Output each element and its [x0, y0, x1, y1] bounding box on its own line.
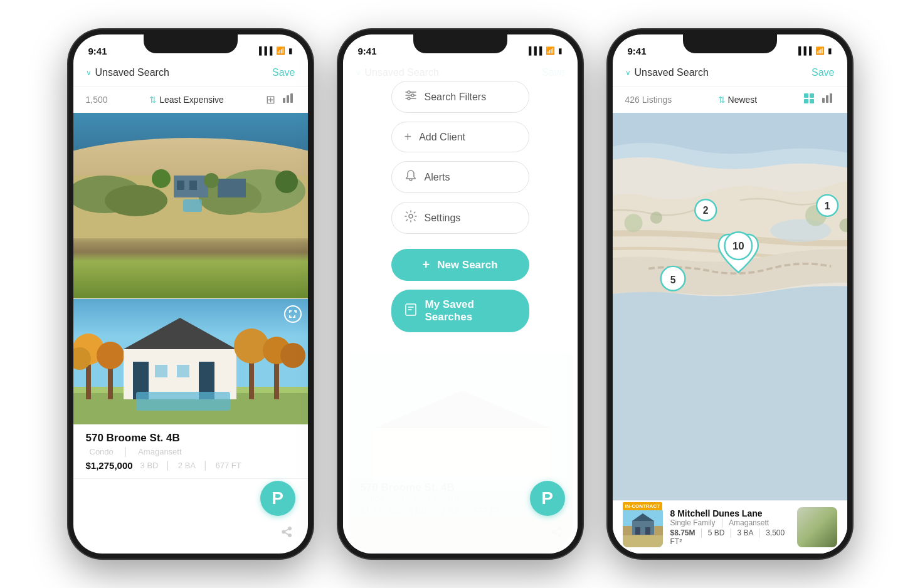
search-filters-label: Search Filters [425, 92, 487, 103]
status-icons-3: ▐▐▐ 📶 ▮ [796, 46, 832, 55]
search-title-3: Unsaved Search [635, 67, 709, 78]
svg-rect-14 [189, 181, 197, 190]
header-3: ∨ Unsaved Search Save [613, 62, 847, 87]
listing-price-3: $8.75M │ 5 BD │ 3 BA │ 3,500 FT² [670, 528, 790, 546]
agent-avatar-2[interactable]: P [530, 481, 565, 516]
notch-3 [683, 34, 777, 53]
expand-icon[interactable] [284, 305, 302, 323]
sliders-icon [404, 89, 417, 105]
battery-icon: ▮ [288, 46, 293, 55]
save-button-1[interactable]: Save [272, 67, 295, 78]
gear-icon [404, 210, 417, 226]
battery-icon-3: ▮ [828, 46, 832, 55]
sort-icon-1: ⇅ [149, 95, 157, 105]
svg-rect-56 [810, 99, 814, 103]
listing-thumb-container: IN-CONTRACT [623, 507, 663, 547]
phone-2: 9:41 ▐▐▐ 📶 ▮ ∨ Unsaved Search Save [338, 29, 583, 559]
listing-thumb-3 [623, 507, 663, 547]
saved-searches-button[interactable]: My Saved Searches [391, 290, 529, 332]
sort-button-3[interactable]: ⇅ Newest [718, 95, 758, 105]
save-button-3[interactable]: Save [812, 67, 834, 78]
svg-point-9 [105, 185, 167, 216]
bookmark-icon-primary [404, 303, 418, 320]
listing-name-3: 8 Mitchell Dunes Lane [670, 508, 790, 518]
chart-icon-1[interactable] [283, 93, 295, 107]
svg-rect-59 [830, 93, 832, 103]
svg-rect-58 [826, 95, 828, 103]
battery-icon-2: ▮ [558, 46, 563, 55]
status-icons-2: ▐▐▐ 📶 ▮ [526, 46, 563, 55]
svg-rect-2 [290, 93, 293, 103]
svg-point-27 [97, 342, 124, 369]
add-client-label: Add Client [419, 132, 465, 143]
header-left-3[interactable]: ∨ Unsaved Search [625, 67, 709, 78]
new-search-button[interactable]: + New Search [391, 249, 529, 281]
agent-avatar-1[interactable]: P [260, 481, 295, 516]
property-info-2: 570 Broome St. 4B Condo │ Amagansett $1,… [73, 424, 308, 478]
phone-3: 9:41 ▐▐▐ 📶 ▮ ∨ Unsaved Search Save 426 L… [608, 29, 852, 559]
settings-label: Settings [425, 213, 461, 224]
listing-count-1: 1,500 [86, 95, 108, 105]
in-contract-badge: IN-CONTRACT [623, 502, 663, 510]
listing-thumb-next[interactable] [797, 507, 837, 547]
svg-rect-31 [155, 365, 167, 377]
new-search-label: New Search [437, 259, 497, 271]
wifi-icon: 📶 [276, 46, 285, 55]
wifi-icon-3: 📶 [815, 46, 825, 55]
status-time-3: 9:41 [628, 46, 647, 56]
svg-rect-34 [136, 392, 230, 411]
sort-button-1[interactable]: ⇅ Least Expensive [149, 95, 224, 105]
svg-rect-37 [274, 359, 279, 399]
svg-point-50 [408, 97, 410, 100]
plus-icon: + [404, 130, 412, 144]
svg-point-17 [152, 169, 171, 188]
saved-searches-label: My Saved Searches [425, 298, 517, 323]
grid-icon-3[interactable] [803, 93, 815, 107]
sort-label-1: Least Expensive [159, 95, 224, 105]
view-icons-3 [803, 93, 835, 107]
alerts-button[interactable]: Alerts [391, 161, 529, 193]
svg-point-39 [280, 343, 305, 368]
svg-rect-55 [804, 99, 808, 103]
listing-count-3: 426 Listings [625, 95, 672, 105]
svg-point-51 [409, 214, 413, 218]
signal-icon-2: ▐▐▐ [526, 46, 542, 55]
svg-point-48 [408, 91, 410, 93]
listing-type-3: Single Family │ Amagansett [670, 518, 790, 527]
property-name-2: 570 Broome St. 4B [86, 432, 295, 444]
svg-point-19 [275, 171, 298, 193]
header-left-1[interactable]: ∨ Unsaved Search [86, 67, 169, 78]
property-price-2: $1,275,000 3 BD │ 2 BA │ 677 FT [86, 460, 295, 471]
settings-button[interactable]: Settings [391, 202, 529, 234]
chart-icon-3[interactable] [822, 93, 835, 107]
svg-rect-0 [283, 98, 285, 103]
svg-text:5: 5 [670, 275, 675, 285]
svg-rect-57 [822, 98, 825, 103]
bottom-listing-card[interactable]: IN-CONTRACT 8 Mitchell Dunes Lane Single… [613, 500, 847, 554]
svg-rect-81 [645, 527, 650, 535]
bottom-share-1[interactable] [280, 525, 293, 541]
phone-3-screen: 9:41 ▐▐▐ 📶 ▮ ∨ Unsaved Search Save 426 L… [613, 34, 847, 554]
status-time-2: 9:41 [358, 46, 377, 56]
status-icons-1: ▐▐▐ 📶 ▮ [256, 46, 293, 55]
menu-overlay: Search Filters + Add Client Alerts [343, 62, 578, 554]
search-filters-button[interactable]: Search Filters [391, 81, 529, 113]
property-card-1[interactable]: 8 Mitchell Dunes Lane ⌗ Single Family │ … [73, 113, 308, 299]
listing-thumb-image [623, 507, 663, 547]
view-icons-1: ⊞ [266, 93, 295, 107]
svg-rect-53 [804, 93, 808, 98]
svg-rect-54 [810, 93, 814, 98]
property-card-2[interactable]: 570 Broome St. 4B Condo │ Amagansett $1,… [73, 299, 308, 479]
map-icon-1[interactable]: ⊞ [266, 93, 275, 107]
status-time-1: 9:41 [88, 46, 107, 56]
svg-rect-1 [287, 95, 289, 103]
property-image-1 [73, 113, 308, 298]
phone-2-screen: 9:41 ▐▐▐ 📶 ▮ ∨ Unsaved Search Save [343, 34, 578, 554]
svg-point-62 [624, 214, 642, 232]
listing-controls-1: 1,500 ⇅ Least Expensive ⊞ [73, 87, 308, 113]
notch [144, 34, 238, 53]
add-client-button[interactable]: + Add Client [391, 122, 529, 152]
bell-icon [404, 169, 417, 185]
map-view[interactable]: 1 2 5 10 [613, 113, 847, 554]
property-image-2 [73, 299, 308, 424]
